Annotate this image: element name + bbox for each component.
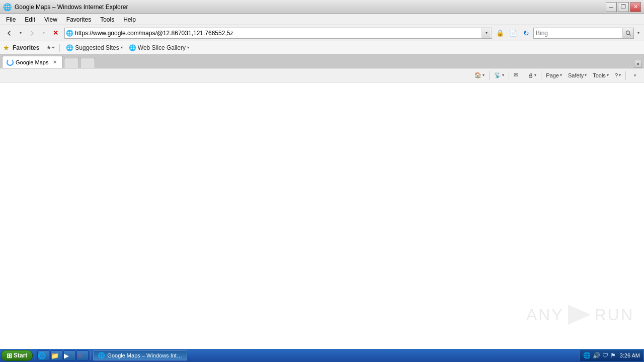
explorer-icon: 📁 [51, 352, 59, 359]
quicklaunch-media-button[interactable]: ▶ [63, 350, 75, 360]
taskbar-window-label: Google Maps – Windows Internet Explorer [107, 352, 183, 358]
address-dropdown-button[interactable]: ▾ [481, 28, 491, 38]
page-label: Page [546, 72, 559, 78]
start-windows-icon: ⊞ [7, 352, 12, 359]
empty-tab-1[interactable] [64, 58, 79, 68]
print-button[interactable]: 🖨 ▾ [525, 70, 539, 81]
tab-google-maps[interactable]: Google Maps ✕ [2, 56, 63, 68]
safety-dropdown-icon: ▾ [585, 73, 587, 77]
svg-marker-2 [568, 305, 591, 325]
tabs-expand-button[interactable]: » [634, 60, 642, 68]
ie-icon: 🌐 [38, 352, 46, 359]
add-favorites-button[interactable]: ★+ [45, 43, 55, 53]
content-area: ANY RUN [0, 82, 644, 350]
cmd-separator-5 [625, 71, 626, 80]
home-button[interactable]: 🏠 ▾ [472, 70, 487, 81]
menu-help[interactable]: Help [119, 15, 140, 24]
feeds-dropdown-icon: ▾ [502, 73, 504, 77]
feeds-icon: 📡 [494, 72, 501, 78]
close-button[interactable]: ✕ [630, 2, 641, 12]
address-globe-icon: 🌐 [66, 30, 73, 37]
search-bar [533, 28, 634, 39]
tab-loading-icon [7, 59, 14, 66]
cmd-expand-button[interactable]: » [628, 69, 642, 82]
quicklaunch-ie-button[interactable]: 🌐 [37, 350, 49, 360]
help-button[interactable]: ? ▾ [612, 70, 623, 81]
restore-button[interactable]: ❐ [618, 2, 629, 12]
quicklaunch-explorer-button[interactable]: 📁 [50, 350, 62, 360]
print-icon: 🖨 [528, 72, 533, 78]
tools-button[interactable]: Tools ▾ [590, 70, 611, 81]
quicklaunch-anytun-button[interactable]: ⚠ [76, 350, 89, 360]
menu-bar: File Edit View Favorites Tools Help [0, 14, 644, 25]
web-slice-gallery-dropdown-icon: ▾ [187, 45, 189, 50]
safety-button[interactable]: Safety ▾ [566, 70, 589, 81]
taskbar: ⊞ Start 🌐 📁 ▶ ⚠ 🌐 Google Maps – Windows … [0, 349, 644, 362]
suggested-sites-dropdown-icon: ▾ [121, 45, 123, 50]
minimize-button[interactable]: ─ [606, 2, 617, 12]
svg-point-0 [626, 31, 629, 34]
browser-icon: 🌐 [3, 3, 12, 11]
page-dropdown-icon: ▾ [560, 73, 562, 77]
taskbar-right: 🌐 🔊 🛡 ⚑ 3:26 AM [580, 350, 643, 361]
tray-volume-icon[interactable]: 🔊 [593, 352, 600, 359]
title-controls: ─ ❐ ✕ [606, 2, 641, 12]
stop-button[interactable]: ✕ [48, 27, 62, 40]
anytun-icon: ⚠ [77, 352, 83, 359]
nav-bar: ▾ ▾ ✕ 🌐 ▾ 🔒 📄 ↻ ▾ [0, 25, 644, 41]
taskbar-separator-2 [91, 351, 91, 360]
feeds-button[interactable]: 📡 ▾ [492, 70, 507, 81]
tab-close-button[interactable]: ✕ [51, 59, 58, 66]
tray-security-icon[interactable]: 🛡 [602, 352, 608, 359]
back-button[interactable] [2, 27, 16, 40]
title-bar: 🌐 Google Maps – Windows Internet Explore… [0, 0, 644, 14]
tray-flag-icon[interactable]: ⚑ [610, 352, 616, 359]
favorites-item-web-slice-gallery[interactable]: 🌐 Web Slice Gallery ▾ [127, 43, 191, 52]
read-mail-button[interactable]: ✉ [511, 70, 521, 81]
menu-edit[interactable]: Edit [21, 15, 39, 24]
web-slice-gallery-icon: 🌐 [129, 44, 136, 51]
forward-dropdown-button[interactable]: ▾ [40, 27, 47, 40]
taskbar-active-window-button[interactable]: 🌐 Google Maps – Windows Internet Explore… [93, 350, 187, 360]
address-input[interactable] [75, 30, 481, 37]
forward-button[interactable] [25, 27, 39, 40]
menu-file[interactable]: File [2, 15, 20, 24]
tools-dropdown-icon: ▾ [607, 73, 609, 77]
web-slice-gallery-label: Web Slice Gallery [138, 44, 186, 51]
certificate-button[interactable]: 📄 [507, 27, 519, 40]
watermark: ANY RUN [526, 305, 634, 325]
search-button[interactable] [622, 28, 633, 38]
cmd-separator-2 [509, 71, 509, 80]
new-tab-button[interactable] [80, 58, 95, 68]
favorites-star-icon: ★ [3, 44, 10, 52]
clock-text: 3:26 AM [620, 352, 640, 358]
search-input[interactable] [534, 30, 622, 37]
back-dropdown-button[interactable]: ▾ [17, 27, 24, 40]
watermark-play-icon [568, 305, 591, 325]
window-title: Google Maps – Windows Internet Explorer [15, 4, 128, 11]
menu-view[interactable]: View [40, 15, 61, 24]
home-icon: 🏠 [474, 72, 481, 78]
refresh-button[interactable]: ↻ [520, 27, 532, 40]
start-button[interactable]: ⊞ Start [1, 350, 33, 361]
title-bar-left: 🌐 Google Maps – Windows Internet Explore… [3, 3, 128, 11]
svg-line-1 [629, 34, 630, 35]
favorites-bar: ★ Favorites ★+ 🌐 Suggested Sites ▾ 🌐 Web… [0, 41, 644, 54]
favorites-label[interactable]: Favorites [13, 44, 39, 51]
address-bar: 🌐 ▾ [64, 28, 492, 39]
menu-tools[interactable]: Tools [96, 15, 118, 24]
suggested-sites-icon: 🌐 [66, 44, 73, 51]
search-dropdown-button[interactable]: ▾ [635, 27, 642, 40]
favorites-separator [59, 44, 60, 52]
tray-network-icon[interactable]: 🌐 [583, 352, 591, 359]
page-button[interactable]: Page ▾ [543, 70, 565, 81]
menu-favorites[interactable]: Favorites [62, 15, 95, 24]
home-dropdown-icon: ▾ [482, 73, 485, 77]
watermark-run-text: RUN [595, 306, 634, 324]
favorites-item-suggested-sites[interactable]: 🌐 Suggested Sites ▾ [64, 43, 124, 52]
start-label: Start [14, 352, 27, 359]
lock-icon-button[interactable]: 🔒 [494, 27, 506, 40]
help-label: ? [615, 72, 618, 78]
tab-bar: Google Maps ✕ » [0, 54, 644, 68]
cmd-separator-3 [523, 71, 523, 80]
